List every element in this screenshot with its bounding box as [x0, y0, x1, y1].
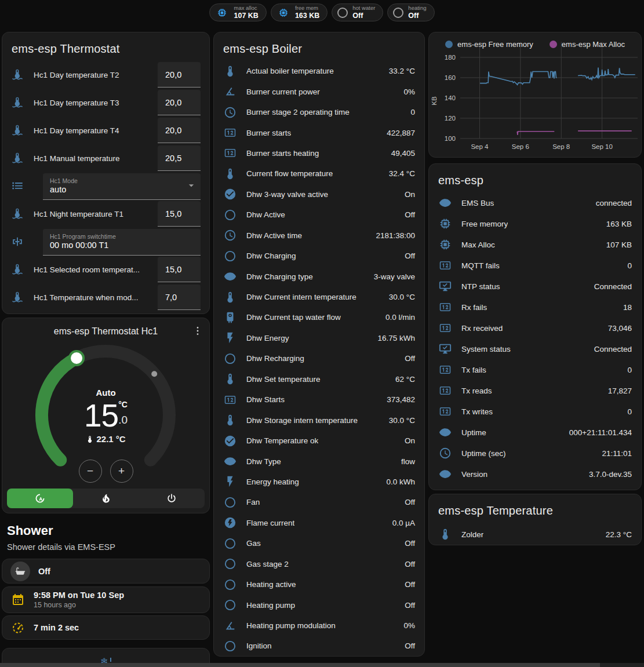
- entity-row[interactable]: IgnitionOff: [214, 636, 424, 656]
- entity-row[interactable]: Dhw Charging type3-way valve: [214, 266, 424, 286]
- temperature-stepper: − +: [2, 460, 209, 483]
- entity-row[interactable]: NTP statusConnected: [429, 276, 641, 297]
- circle-icon: [223, 495, 237, 509]
- dial-temp-integer: 15: [84, 398, 118, 433]
- entity-row[interactable]: Heating pump modulation0%: [214, 615, 424, 636]
- shower-card[interactable]: 7 min 2 sec: [2, 615, 210, 640]
- temp-increase-button[interactable]: +: [110, 460, 133, 483]
- shower-card[interactable]: Off: [2, 559, 210, 584]
- shower-subtitle: Shower details via EMS-ESP: [7, 542, 210, 552]
- entity-row[interactable]: Rx fails18: [429, 297, 641, 318]
- text-input[interactable]: Hc1 Program switchtime00 mo 00:00 T1: [43, 229, 201, 256]
- legend-item[interactable]: ems-esp Free memory: [445, 40, 533, 49]
- badge-free-mem[interactable]: free mem163 KB: [271, 3, 328, 21]
- entity-value: 0.0 µA: [388, 519, 415, 527]
- entity-value: Connected: [590, 282, 632, 291]
- number-input[interactable]: 20,0: [158, 62, 201, 88]
- scrollbar-thumb[interactable]: [0, 663, 600, 667]
- legend-item[interactable]: ems-esp Max Alloc: [550, 40, 625, 49]
- entity-row[interactable]: Burner current power0%: [214, 81, 424, 101]
- entity-row[interactable]: Version3.7.0-dev.35: [429, 464, 641, 484]
- badge-heating[interactable]: heatingOff: [387, 3, 434, 21]
- horizontal-scrollbar[interactable]: [0, 663, 644, 667]
- hvac-mode-power[interactable]: [139, 489, 205, 508]
- entity-row[interactable]: Dhw ChargingOff: [214, 246, 424, 266]
- circle-icon: [223, 249, 237, 263]
- entity-row[interactable]: Dhw Set temperature62 °C: [214, 369, 424, 389]
- emsesp-card-title: ems-esp: [429, 164, 641, 192]
- entity-row: Hc1 Modeauto: [2, 172, 209, 200]
- temp-decrease-button[interactable]: −: [79, 460, 102, 483]
- boiler-card-title: ems-esp Boiler: [214, 32, 424, 61]
- entity-row[interactable]: Tx writes0: [429, 401, 641, 422]
- svg-text:Sep 4: Sep 4: [471, 143, 489, 150]
- number-input[interactable]: 7,0: [158, 285, 201, 310]
- number-input[interactable]: 20,0: [158, 118, 201, 143]
- hvac-mode-fire[interactable]: [73, 489, 139, 508]
- entity-label: Rx received: [461, 324, 503, 333]
- entity-row[interactable]: Dhw Typeflow: [214, 451, 424, 471]
- entity-row[interactable]: Free memory163 KB: [429, 213, 641, 234]
- eye-icon: [223, 454, 237, 468]
- mode-select[interactable]: Hc1 Modeauto: [43, 173, 201, 200]
- thermometer-icon: [223, 290, 237, 304]
- entity-row[interactable]: Dhw 3-way valve activeOn: [214, 184, 424, 205]
- entity-row[interactable]: Dhw Storage intern temperature30.0 °C: [214, 410, 424, 430]
- entity-row[interactable]: Dhw Starts373,482: [214, 389, 424, 410]
- entity-row: Hc1 Day temperature T220,0: [2, 61, 209, 89]
- card-value: 7 min 2 sec: [34, 623, 79, 632]
- entity-row[interactable]: Dhw ActiveOff: [214, 205, 424, 225]
- memory-history-chart[interactable]: 180160140120100Sep 4Sep 6Sep 8Sep 10KB: [429, 32, 641, 157]
- entity-row[interactable]: Burner starts heating49,405: [214, 143, 424, 163]
- entity-row[interactable]: GasOff: [214, 533, 424, 553]
- circle-icon: [393, 8, 403, 18]
- entity-row[interactable]: Dhw Active time2181:38:00: [214, 225, 424, 246]
- entity-row[interactable]: MQTT fails0: [429, 255, 641, 276]
- entity-label: Max Alloc: [461, 240, 495, 249]
- number-input[interactable]: 15,0: [158, 257, 201, 282]
- entity-value: Connected: [590, 345, 632, 353]
- clock-icon: [223, 105, 237, 119]
- badge-hot-water[interactable]: hot waterOff: [332, 3, 383, 21]
- entity-value: 32.4 °C: [384, 169, 415, 178]
- entity-label: Burner starts heating: [246, 149, 319, 158]
- entity-row[interactable]: Dhw Energy16.75 kWh: [214, 328, 424, 348]
- entity-row[interactable]: Gas stage 2Off: [214, 554, 424, 574]
- entity-label: Tx reads: [461, 387, 492, 395]
- entity-row[interactable]: FanOff: [214, 492, 424, 512]
- entity-row[interactable]: Current flow temperature32.4 °C: [214, 163, 424, 184]
- badge-max-alloc[interactable]: max alloc107 KB: [209, 3, 266, 21]
- entity-row[interactable]: Uptime000+21:11:01.434: [429, 422, 641, 443]
- field-value: auto: [50, 185, 194, 194]
- entity-row[interactable]: Dhw RechargingOff: [214, 348, 424, 369]
- entity-row[interactable]: Tx fails0: [429, 359, 641, 380]
- entity-row[interactable]: Dhw Current intern temperature30.0 °C: [214, 287, 424, 307]
- entity-row[interactable]: Burner starts422,887: [214, 122, 424, 143]
- entity-row[interactable]: Max Alloc107 KB: [429, 234, 641, 255]
- entity-row[interactable]: Dhw Temperature okOn: [214, 431, 424, 451]
- entity-row[interactable]: Uptime (sec)21:11:01: [429, 443, 641, 464]
- clock-icon: [438, 446, 452, 460]
- list-icon: [10, 179, 24, 193]
- thermometer-water-icon: [10, 68, 24, 82]
- entity-label: Dhw Recharging: [246, 354, 304, 363]
- number-input[interactable]: 15,0: [158, 201, 201, 227]
- entity-row[interactable]: Zolder22.3 °C: [429, 523, 641, 546]
- hvac-mode-thermostat-auto[interactable]: [7, 489, 73, 508]
- shower-card[interactable]: 9:58 PM on Tue 10 Sep15 hours ago: [2, 586, 210, 613]
- entity-row[interactable]: Heating pumpOff: [214, 595, 424, 615]
- entity-row[interactable]: Tx reads17,827: [429, 380, 641, 401]
- entity-row[interactable]: Dhw Current tap water flow0.0 l/min: [214, 307, 424, 327]
- entity-value: 30.0 °C: [384, 293, 415, 301]
- entity-row[interactable]: Rx received73,046: [429, 318, 641, 338]
- chip-icon: [215, 6, 229, 20]
- number-input[interactable]: 20,0: [158, 90, 201, 115]
- entity-row[interactable]: Energy heating0.0 kWh: [214, 472, 424, 492]
- entity-row[interactable]: System statusConnected: [429, 338, 641, 359]
- entity-row[interactable]: Flame current0.0 µA: [214, 513, 424, 533]
- entity-row[interactable]: Actual boiler temperature33.2 °C: [214, 61, 424, 81]
- number-input[interactable]: 20,5: [158, 145, 201, 171]
- entity-row[interactable]: EMS Busconnected: [429, 192, 641, 213]
- entity-row[interactable]: Burner stage 2 operating time0: [214, 102, 424, 122]
- entity-row[interactable]: Heating activeOff: [214, 574, 424, 595]
